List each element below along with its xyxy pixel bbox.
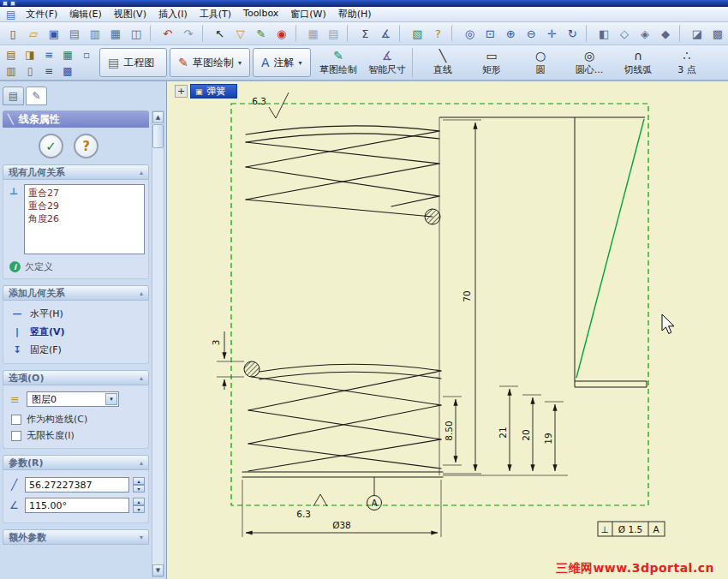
panel-tab-properties[interactable]: ✎ (26, 87, 47, 105)
note[interactable]: ▯ (21, 63, 39, 79)
existing-relations-header[interactable]: 现有几何关系 ▴ (3, 164, 149, 180)
construction-checkbox-row[interactable]: 作为构造线(C) (7, 411, 145, 427)
layer-properties[interactable]: ▦ (58, 47, 77, 63)
extra-parameters-header[interactable]: 额外参数 ▾ (3, 529, 149, 545)
line-weight[interactable]: ≡ (39, 63, 58, 79)
menu-item[interactable]: 窗口(W) (284, 7, 331, 21)
angle-input[interactable]: 115.00° (25, 498, 129, 513)
relation-item[interactable]: 角度26 (28, 212, 140, 225)
new-document[interactable]: ▯ (3, 24, 23, 43)
add-sheet-button[interactable]: + (175, 85, 188, 98)
view-orientation[interactable]: ◧ (594, 24, 614, 43)
relation-item[interactable]: 重合27 (28, 187, 140, 200)
angle-spinner[interactable]: ▴ ▾ (133, 498, 145, 513)
rebuild[interactable]: ◉ (272, 24, 292, 43)
edit-sheet-format[interactable]: ◨ (21, 47, 39, 63)
tab-drawing[interactable]: ▤ 工程图 (99, 48, 167, 77)
separator[interactable] (347, 25, 355, 42)
graphics-area[interactable]: 6.3 70 3 8.50 21 20 19 Ø38 6.3 A ⊥ Ø 1.5… (167, 81, 728, 579)
sheet-properties[interactable]: ▤ (2, 47, 21, 63)
add-relations-header[interactable]: 添加几何关系 ▴ (3, 285, 149, 301)
infinite-checkbox-row[interactable]: 无限长度(I) (7, 427, 145, 444)
parameters-header[interactable]: 参数(R) ▴ (3, 455, 149, 470)
relation-horizontal[interactable]: — 水平(H) (7, 305, 145, 323)
drawing-canvas[interactable]: 6.3 70 3 8.50 21 20 19 Ø38 6.3 A ⊥ Ø 1.5… (167, 81, 728, 570)
top-spring[interactable] (246, 126, 439, 217)
relation-vertical[interactable]: | 竖直(V) (7, 323, 145, 341)
layer-dropdown[interactable]: 图层0 ▾ (27, 391, 119, 407)
tab-annotation[interactable]: A 注解 ▾ (253, 48, 311, 77)
shaded[interactable]: ◆ (655, 24, 676, 43)
make-assembly-from-part[interactable]: ▥ (85, 24, 105, 43)
help[interactable]: ? (427, 24, 448, 43)
separator[interactable] (295, 25, 303, 42)
chevron-down-icon[interactable]: ▾ (105, 393, 117, 405)
grid-snap[interactable]: ▫ (77, 47, 96, 63)
tool-sketch[interactable]: ✎ 草图绘制 (314, 46, 363, 79)
separator[interactable] (399, 25, 407, 42)
wire-section-top[interactable] (425, 209, 440, 224)
relations-listbox[interactable]: 重合27重合29角度26 (24, 184, 145, 254)
bottom-spring[interactable] (242, 364, 443, 477)
line-font[interactable]: ≡ (39, 47, 58, 63)
undo[interactable]: ↶ (158, 24, 178, 43)
menu-item[interactable]: 视图(V) (108, 7, 152, 21)
tool-smart-dimension[interactable]: ∡ 智能尺寸 (363, 46, 412, 79)
length-spinner[interactable]: ▴ ▾ (133, 477, 145, 492)
relation-item[interactable]: 重合29 (28, 200, 140, 212)
wire-section-bottom[interactable] (244, 361, 260, 377)
tab-sketch[interactable]: ✎ 草图绘制 ▾ (170, 48, 250, 77)
separator[interactable] (679, 25, 687, 42)
drawing-views[interactable]: ▥ (2, 63, 21, 79)
measure[interactable]: ∡ (375, 24, 396, 43)
sketch[interactable]: ✎ (251, 24, 272, 43)
new-sheet[interactable]: ▧ (407, 24, 427, 43)
scroll-thumb[interactable] (152, 124, 164, 148)
menu-item[interactable]: 编辑(E) (63, 7, 108, 21)
menu-item[interactable]: 文件(F) (20, 7, 63, 21)
pan[interactable]: ✛ (541, 24, 562, 43)
construction-checkbox[interactable] (11, 415, 21, 425)
hole-table[interactable]: ▤ (324, 24, 344, 43)
tool-circle[interactable]: ○ 圆 (516, 46, 565, 79)
separator[interactable] (586, 25, 594, 42)
selected-line[interactable] (576, 119, 644, 378)
tool-line[interactable]: ╲ 直线 (419, 46, 468, 79)
tool-tangent-arc[interactable]: ∩ 切线弧 (614, 46, 663, 79)
section-view[interactable]: ◪ (687, 24, 707, 43)
separator[interactable] (150, 25, 158, 42)
zoom-to-area[interactable]: ⊡ (480, 24, 500, 43)
spin-down-icon[interactable]: ▾ (133, 485, 145, 492)
rotate-view[interactable]: ↻ (562, 24, 582, 43)
redo[interactable]: ↷ (178, 24, 199, 43)
panel-tab-feature[interactable]: ▤ (3, 87, 24, 105)
zoom-out[interactable]: ⊖ (521, 24, 541, 43)
design-table[interactable]: ▦ (303, 24, 324, 43)
equations[interactable]: Σ (355, 24, 375, 43)
layer-grid[interactable]: ▩ (58, 63, 77, 79)
menu-item[interactable]: 工具(T) (194, 7, 237, 21)
panel-scrollbar[interactable]: ▲ ▼ (152, 110, 164, 577)
scroll-down-icon[interactable]: ▼ (152, 564, 164, 576)
options-header[interactable]: 选项(O) ▴ (3, 370, 149, 385)
wireframe[interactable]: ◇ (614, 24, 635, 43)
menu-item[interactable]: Toolbox (237, 7, 284, 21)
zoom-in[interactable]: ⊕ (500, 24, 521, 43)
hidden-lines-visible[interactable]: ◈ (635, 24, 655, 43)
scroll-up-icon[interactable]: ▲ (152, 111, 164, 123)
tool-centerpoint-circle[interactable]: ◎ 圆心... (565, 46, 614, 79)
infinite-checkbox[interactable] (11, 431, 21, 441)
separator[interactable] (451, 25, 459, 42)
open-folder[interactable]: ▱ (23, 24, 44, 43)
help-button[interactable]: ? (74, 134, 98, 158)
relation-fix[interactable]: ↧ 固定(F) (7, 341, 145, 359)
length-input[interactable]: 56.27227387 (25, 477, 129, 492)
save[interactable]: ▣ (44, 24, 64, 43)
menu-item[interactable]: 插入(I) (152, 7, 194, 21)
print[interactable]: ▦ (105, 24, 126, 43)
spin-up-icon[interactable]: ▴ (133, 498, 145, 505)
tool-rectangle[interactable]: ▭ 矩形 (468, 46, 516, 79)
ok-button[interactable]: ✓ (39, 134, 63, 158)
make-drawing-from-part[interactable]: ▤ (64, 24, 85, 43)
spin-down-icon[interactable]: ▾ (133, 505, 145, 513)
